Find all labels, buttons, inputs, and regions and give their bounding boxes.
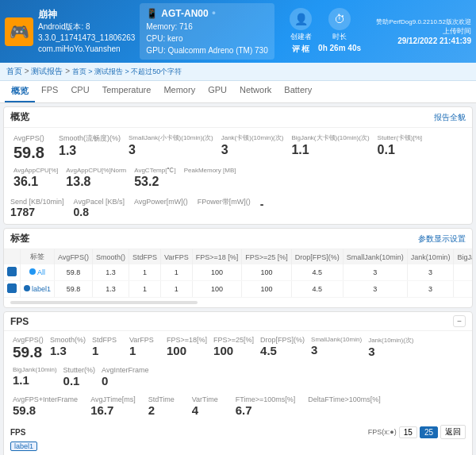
col-label: 标签	[21, 249, 55, 264]
stat-jank: Jank(卡顿)(10min)(次) 3	[218, 133, 287, 164]
col-sj: SmallJank(10min)	[343, 249, 407, 264]
chart-buttons: FPS(x:●) 15 25 返回	[368, 425, 466, 439]
tab-overview[interactable]: 概览	[5, 81, 35, 102]
tab-cpu[interactable]: CPU	[64, 81, 95, 102]
table-scroll[interactable]: 标签 AvgFPS() Smooth() StdFPS VarFPS FPS>=…	[4, 249, 472, 298]
chart-title: FPS	[10, 428, 25, 437]
game-info: 崩神 Android版本: 8 3.3.0_11741473_11806263 …	[38, 8, 135, 55]
table-settings-link[interactable]: 参数显示设置	[418, 233, 466, 245]
fps-title: FPS	[10, 316, 29, 327]
breadcrumb: 首页 > 测试报告 > 首页 > 测试报告 > 不超过50个字符	[0, 64, 476, 79]
device-name: 📱 AGT-AN00 ●	[146, 6, 267, 21]
col-std: StdFPS	[129, 249, 160, 264]
row-label1-label: label1	[32, 285, 51, 293]
overview-section: 概览 报告全貌 AvgFPS() 59.8 Smooth(流畅度)(%) 1.3…	[3, 106, 473, 225]
fps-var: VarFPS 1	[127, 334, 163, 363]
table-scrollbar[interactable]	[10, 301, 198, 304]
fps-stats-row1: AvgFPS() 59.8 Smooth(%) 1.3 StdFPS 1 Var…	[4, 331, 472, 392]
tab-fps[interactable]: FPS	[35, 81, 64, 102]
cpu-info: CPU: kero	[146, 33, 267, 44]
fps-vartime: VarTime 4	[190, 394, 225, 418]
stat-send: Send [KB/10min] 1787	[10, 198, 64, 220]
creator-section: 👤 创建者 评 框	[290, 8, 312, 55]
fps-ftime: FTime>=100ms[%] 6.7	[233, 394, 298, 418]
stat-avgappcpu-norm: AvgAppCPU[%]Norm 13.8	[63, 165, 129, 191]
col-var: VarFPS	[160, 249, 192, 264]
data-table: 标签 AvgFPS() Smooth() StdFPS VarFPS FPS>=…	[4, 249, 472, 298]
fps-sj: SmallJank(10min) 3	[309, 334, 364, 363]
table-row: label1 59.81.311 1001004.5 331.10.1 059.…	[4, 281, 472, 298]
col-bj: BigJank(10min)	[454, 249, 472, 264]
row-label1-checkbox[interactable]	[7, 283, 17, 293]
col-check	[4, 249, 21, 264]
fps-avgfps: AvgFPS() 59.8	[10, 334, 46, 363]
fps-std: StdFPS 1	[90, 334, 125, 363]
tab-gpu[interactable]: GPU	[202, 81, 233, 102]
fps-fps18: FPS>=18[%] 100	[164, 334, 209, 363]
duration-section: ⏱ 时长 0h 26m 40s	[318, 8, 361, 55]
tab-temperature[interactable]: Temperature	[96, 81, 158, 102]
col-drop: Drop[FPS](%)	[291, 249, 343, 264]
overview-stats-row2: Send [KB/10min] 1787 AvgPacel [KB/s] 0.8…	[4, 196, 472, 225]
overview-report-link[interactable]: 报告全貌	[434, 112, 466, 123]
fps-btn-25[interactable]: 25	[420, 426, 438, 438]
device-section: 📱 AGT-AN00 ● Memory: 716 CPU: kero GPU: …	[140, 3, 274, 60]
overview-title: 概览	[10, 110, 29, 124]
duration-label: 时长	[332, 32, 347, 42]
fps-return-btn[interactable]: 返回	[440, 425, 466, 439]
col-jank: Jank(10min)	[407, 249, 454, 264]
fps-drop: Drop[FPS](%) 4.5	[258, 334, 307, 363]
duration-icon: ⏱	[328, 8, 351, 30]
row-all-label: All	[37, 268, 45, 276]
chart-controls: FPS FPS(x:●) 15 25 返回	[10, 425, 466, 439]
tab-battery[interactable]: Battery	[278, 81, 318, 102]
fps-header: FPS −	[4, 312, 472, 331]
stat-peakmemory: PeakMemory [MB]	[181, 165, 240, 191]
fps-ajtime: AvgJTime[ms] 16.7	[88, 394, 138, 418]
stat-bigjank: BigJank(大卡顿)(10min)(次) 1.1	[288, 133, 372, 164]
package-name: com.miHoYo.Yuanshen	[38, 44, 135, 55]
col-avgfps: AvgFPS()	[55, 249, 93, 264]
game-avatar: 🎮	[5, 17, 33, 46]
stat-stutter: Stutter(卡顿)[%] 0.1	[374, 133, 425, 164]
upload-label: 上传时间	[376, 26, 471, 37]
app-header: 🎮 崩神 Android版本: 8 3.3.0_11741473_1180626…	[0, 0, 476, 63]
fps-stats-row2: AvgFPS+InterFrame 59.8 AvgJTime[ms] 16.7…	[4, 392, 472, 422]
fps-btn-15[interactable]: 15	[399, 426, 417, 438]
version-text: 赞助PerfDog9.0.2210.52版次欢迎	[376, 17, 471, 26]
fps-fps25: FPS>=25[%] 100	[211, 334, 256, 363]
table-title: 标签	[10, 232, 29, 245]
tab-network[interactable]: Network	[233, 81, 278, 102]
fps-deltaftime: DeltaFTime>100ms[%]	[305, 394, 382, 418]
duration-value: 0h 26m 40s	[318, 44, 361, 52]
stat-avgpace: AvgPacel [KB/s] 0.8	[74, 198, 125, 220]
fps-ai2: AvgFPS+InterFrame 59.8	[10, 394, 80, 418]
stat-smooth: Smooth(流畅度)(%) 1.3	[56, 133, 124, 164]
stat-dash: -	[260, 198, 264, 220]
tab-memory[interactable]: Memory	[157, 81, 202, 102]
header-stats: 👤 创建者 评 框 ⏱ 时长 0h 26m 40s	[279, 8, 372, 55]
android-version: Android版本: 8	[38, 21, 135, 33]
col-fps25: FPS>=25 [%]	[242, 249, 292, 264]
game-name: 崩神	[38, 8, 135, 21]
breadcrumb-link[interactable]: 首页	[6, 67, 22, 75]
tab-bar: 概览 FPS CPU Temperature Memory GPU Networ…	[0, 81, 476, 103]
header-right: 赞助PerfDog9.0.2210.52版次欢迎 上传时间 29/12/2022…	[376, 17, 471, 45]
fps-section: FPS − AvgFPS() 59.8 Smooth(%) 1.3 StdFPS…	[3, 311, 473, 455]
nav-bar: 首页 > 测试报告 > 首页 > 测试报告 > 不超过50个字符	[0, 63, 476, 81]
creator-label: 创建者	[290, 32, 312, 42]
stat-fpower: FPower带[mW]()	[198, 198, 251, 220]
overview-header: 概览 报告全貌	[4, 107, 472, 128]
memory-info: Memory: 716	[146, 21, 267, 33]
fps-collapse-btn[interactable]: −	[453, 315, 466, 327]
overview-stats-row1: AvgFPS() 59.8 Smooth(流畅度)(%) 1.3 SmallJa…	[4, 128, 472, 196]
upload-date: 29/12/2022 21:41:39	[376, 37, 471, 45]
creator-icon: 👤	[290, 8, 312, 30]
row-all-checkbox[interactable]	[7, 267, 17, 276]
creator-value: 评 框	[292, 44, 310, 55]
stat-smalljank: SmallJank(小卡顿)(10min)(次) 3	[125, 133, 217, 164]
table-header: 标签 参数显示设置	[4, 229, 472, 249]
fps-bj: BigJank(10min) 1.1	[10, 364, 60, 389]
table-section: 标签 参数显示设置 标签 AvgFPS() Smooth() StdFPS Va…	[3, 228, 473, 308]
stat-avgfps: AvgFPS() 59.8	[10, 133, 54, 164]
